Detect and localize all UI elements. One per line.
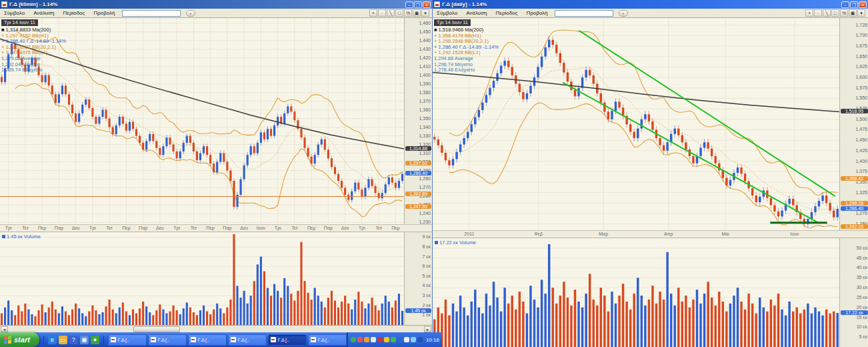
legend-item: 1,278.46 Ελάχιστο [434, 67, 499, 73]
menu-item-0[interactable]: Σύμβολο [435, 10, 459, 16]
tray-icon-7[interactable] [397, 337, 403, 342]
rectangle-icon[interactable]: □ [395, 9, 403, 17]
menu-item-1[interactable]: Ανάλυση [32, 10, 55, 16]
save-icon[interactable]: ▾ [857, 9, 865, 17]
titlebar[interactable]: Γ.Δ [daily] - 1.14% – ❐ × [433, 0, 868, 9]
scrollbar-thumb[interactable] [133, 326, 180, 332]
grid-icon[interactable]: ▣ [413, 9, 421, 17]
volume-tick-label: 25 εκ [857, 295, 867, 300]
horizontal-scrollbar[interactable]: ◄ ► [0, 325, 432, 332]
maximize-button[interactable]: ❐ [414, 1, 422, 8]
taskbar-button-1[interactable]: Γ.Δ [.. [148, 334, 187, 346]
tray-icon-5[interactable] [384, 337, 389, 342]
volume-axis: 50 εκ45 εκ40 εκ35 εκ30 εκ25 εκ20 εκ15 εκ… [839, 238, 868, 347]
price-chart[interactable]: Τρι 14 Ιουν 11 ■ 1,518.9466 Ma(200)+ 1,3… [433, 18, 839, 230]
price-tick-label: 1,240 [419, 211, 431, 216]
time-label: Τετ [22, 226, 28, 230]
folder-icon[interactable]: ▭ [59, 336, 67, 344]
time-label: Τρι [275, 226, 281, 230]
price-tick-label: 1,440 [419, 38, 431, 43]
screen: Γ.Δ [60min] - 1.14% – ❐ × ΣύμβολοΑνάλυση… [0, 0, 868, 347]
menu-item-0[interactable]: Σύμβολο [3, 10, 26, 16]
media-icon[interactable]: ● [91, 336, 99, 344]
scroll-left-arrow-icon[interactable]: ◄ [1, 326, 8, 332]
tray-icon-3[interactable] [371, 337, 376, 342]
time-label: Φεβ [534, 232, 543, 236]
maximize-button[interactable]: ❐ [850, 1, 858, 8]
tray-icon-9[interactable] [411, 337, 416, 342]
price-tick-label: 1,450 [419, 29, 431, 34]
symbol-input[interactable] [122, 10, 181, 17]
scroll-right-arrow-icon[interactable]: ► [424, 326, 431, 332]
crosshair-icon[interactable]: + [805, 9, 813, 17]
close-button[interactable]: × [423, 1, 431, 8]
menu-item-2[interactable]: Περίοδος [495, 10, 519, 16]
volume-pane: 17.22 εκ Volume 50 εκ45 εκ40 εκ35 εκ30 ε… [433, 238, 868, 347]
price-tick-label: 1,400 [419, 73, 431, 77]
internet-explorer-icon[interactable]: e [48, 336, 57, 344]
tray-icon-8[interactable] [404, 337, 409, 342]
price-tick-label: 1,500 [855, 117, 867, 121]
crosshair-icon[interactable]: + [369, 9, 377, 17]
price-tick-label: 1,380 [419, 90, 431, 95]
percent-icon[interactable]: % [840, 9, 848, 17]
price-tag: 1,358.42 [841, 176, 868, 181]
taskbar-button-5[interactable]: Γ.Δ [.. [308, 334, 347, 346]
price-chart[interactable]: Τρι 14 Ιουν 11 ■ 1,314.8833 Ma(200)+ 1,2… [0, 18, 404, 224]
titlebar[interactable]: Γ.Δ [60min] - 1.14% – ❐ × [0, 0, 432, 9]
close-button[interactable]: × [859, 1, 867, 8]
go-button[interactable]: › [619, 10, 628, 17]
chart-app-icon [271, 337, 276, 342]
price-tick-label: 1,460 [419, 21, 431, 25]
trendline-icon[interactable]: ╲ [387, 9, 395, 17]
start-button[interactable]: start [0, 332, 39, 347]
taskbar-button-2[interactable]: Γ.Δ [.. [188, 334, 227, 346]
price-tag: 1,242.15 [841, 224, 868, 229]
menu-item-1[interactable]: Ανάλυση [465, 10, 488, 16]
symbol-input[interactable] [555, 10, 613, 17]
tray-icon-0[interactable] [351, 337, 356, 342]
chart-window-60min: Γ.Δ [60min] - 1.14% – ❐ × ΣύμβολοΑνάλυση… [0, 0, 432, 332]
quick-launch: e▭?▣● [43, 336, 104, 344]
menu-item-3[interactable]: Προβολή [92, 10, 116, 16]
volume-chart[interactable]: 17.22 εκ Volume [433, 238, 839, 347]
tray-icon-6[interactable] [391, 337, 396, 342]
tray-icon-10[interactable] [417, 337, 423, 342]
rectangle-icon[interactable]: □ [831, 9, 839, 17]
price-tick-label: 1,270 [419, 185, 431, 190]
taskbar-button-3[interactable]: Γ.Δ [.. [228, 334, 267, 346]
time-label: Μαι [721, 232, 729, 236]
time-label: Πεμ [391, 226, 399, 230]
price-tick-label: 1,410 [419, 64, 431, 69]
minimize-button[interactable]: – [841, 1, 849, 8]
tray-icon-2[interactable] [364, 337, 369, 342]
zoom-icon[interactable]: · [814, 9, 822, 17]
grid-icon[interactable]: ▣ [849, 9, 857, 17]
taskbar-button-4[interactable]: Γ.Δ [.. [268, 334, 307, 346]
indicator-legend: ■ 1,314.8833 Ma(200)+ 1,297.9152 BB(H1)+… [1, 27, 66, 73]
menu-item-2[interactable]: Περίοδος [62, 10, 87, 16]
menu-item-3[interactable]: Προβολή [525, 10, 549, 16]
time-label: Πεμ [207, 226, 215, 230]
percent-icon[interactable]: % [404, 9, 412, 17]
price-tick-label: 1,675 [855, 43, 867, 48]
go-button[interactable]: › [186, 10, 195, 17]
tray-icon-1[interactable] [357, 337, 363, 342]
taskbar-clock: 10:16 [426, 337, 439, 343]
chart-app-icon [231, 337, 236, 342]
trendline-icon[interactable]: ╲ [823, 9, 831, 17]
time-label: Ιουν [790, 232, 799, 236]
minimize-button[interactable]: – [405, 1, 413, 8]
price-tick-label: 1,425 [855, 148, 867, 153]
help-icon[interactable]: ? [69, 336, 78, 344]
save-icon[interactable]: ▾ [421, 9, 429, 17]
indicator-legend: ■ 1,518.9466 Ma(200)+ 1,358.4178 BB(H1)+… [434, 27, 499, 73]
time-label: Τρι [359, 226, 365, 230]
zoom-icon[interactable]: · [378, 9, 386, 17]
tray-icon-4[interactable] [377, 337, 383, 342]
taskbar-button-0[interactable]: Γ.Δ [.. [108, 334, 147, 346]
show-desktop-icon[interactable]: ▣ [80, 336, 89, 344]
price-tick-label: 1,350 [419, 116, 431, 121]
volume-chart[interactable]: 1.45 εκ Volume [0, 232, 404, 325]
time-label: Πεμ [122, 226, 130, 230]
